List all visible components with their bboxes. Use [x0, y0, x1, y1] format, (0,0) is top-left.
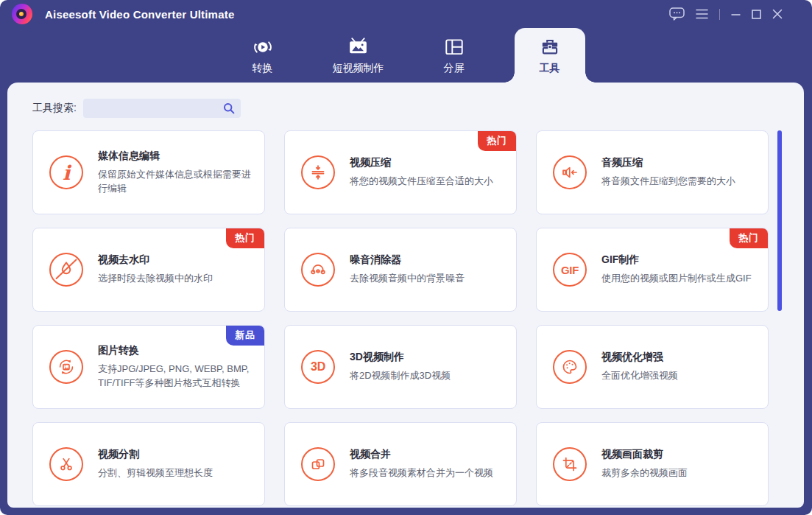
tab-label: 工具 — [540, 62, 560, 75]
short-video-icon — [347, 36, 370, 58]
tool-card-noise-remover[interactable]: 噪音消除器 去除视频音频中的背景噪音 — [284, 228, 517, 312]
window-controls — [669, 0, 783, 28]
scissors-icon — [49, 447, 83, 481]
hot-badge: 热门 — [478, 131, 516, 151]
tool-card-video-cropper[interactable]: 视频画面裁剪 裁剪多余的视频画面 — [536, 422, 769, 506]
tool-title: 视频合并 — [350, 448, 493, 461]
tools-panel: 工具搜索: i 媒体信息编辑 保留原始文件媒体信息或根据需要进行编辑 热门 — [7, 83, 804, 508]
tool-desc: 保留原始文件媒体信息或根据需要进行编辑 — [98, 168, 253, 196]
headphones-icon — [301, 253, 335, 287]
tools-grid: i 媒体信息编辑 保留原始文件媒体信息或根据需要进行编辑 热门 视频压缩 将您的… — [32, 130, 769, 506]
minimize-button[interactable] — [731, 10, 741, 19]
tool-desc: 使用您的视频或图片制作或生成GIF — [601, 272, 752, 286]
tool-search-input[interactable] — [83, 99, 241, 118]
main-tabs: 转换 短视频制作 分屏 工具 — [0, 28, 812, 83]
controls-divider — [719, 9, 720, 20]
compress-icon — [301, 155, 335, 189]
tab-label: 短视频制作 — [333, 62, 384, 75]
tool-title: 视频画面裁剪 — [601, 448, 688, 461]
tab-label: 转换 — [253, 62, 273, 75]
tab-split-screen[interactable]: 分屏 — [419, 28, 490, 83]
tool-title: 视频分割 — [98, 448, 213, 461]
hot-badge: 热门 — [730, 228, 768, 248]
app-window: Aiseesoft Video Converter Ultimate 转换 — [0, 0, 812, 515]
tool-title: 3D视频制作 — [350, 351, 451, 364]
image-convert-icon — [49, 350, 83, 384]
maximize-button[interactable] — [752, 10, 761, 19]
tool-card-3d-maker[interactable]: 3D 3D视频制作 将2D视频制作成3D视频 — [284, 325, 517, 409]
tool-card-video-compressor[interactable]: 热门 视频压缩 将您的视频文件压缩至合适的大小 — [284, 130, 517, 214]
tool-desc: 支持JPG/JPEG, PNG, WEBP, BMP, TIF/TIFF等多种图… — [98, 362, 253, 390]
tool-search-box — [83, 99, 241, 118]
info-icon: i — [49, 155, 83, 189]
tool-desc: 将您的视频文件压缩至合适的大小 — [350, 175, 493, 189]
merge-icon — [301, 447, 335, 481]
tool-title: 音频压缩 — [601, 156, 735, 169]
tool-desc: 将音频文件压缩到您需要的大小 — [601, 175, 735, 189]
hot-badge: 热门 — [226, 228, 264, 248]
tool-desc: 选择时段去除视频中的水印 — [98, 272, 213, 286]
tool-title: GIF制作 — [601, 253, 752, 267]
toolbox-icon — [539, 36, 561, 58]
gif-icon: GIF — [553, 253, 587, 287]
tool-search-row: 工具搜索: — [32, 99, 241, 118]
tool-desc: 去除视频音频中的背景噪音 — [350, 272, 465, 286]
vertical-scrollbar[interactable] — [777, 130, 782, 311]
tab-tools[interactable]: 工具 — [515, 28, 585, 83]
tool-title: 噪音消除器 — [350, 253, 465, 267]
tab-convert[interactable]: 转换 — [227, 28, 298, 83]
tool-card-gif-maker[interactable]: 热门 GIF GIF制作 使用您的视频或图片制作或生成GIF — [536, 228, 769, 312]
tool-title: 视频压缩 — [350, 156, 493, 169]
tool-desc: 分割、剪辑视频至理想长度 — [98, 466, 213, 480]
watermark-remove-icon — [49, 253, 83, 287]
tool-card-audio-compressor[interactable]: 音频压缩 将音频文件压缩到您需要的大小 — [536, 130, 769, 214]
3d-icon: 3D — [301, 350, 335, 384]
tool-title: 媒体信息编辑 — [98, 150, 253, 163]
tool-desc: 将2D视频制作成3D视频 — [350, 369, 451, 383]
tool-card-media-info-editor[interactable]: i 媒体信息编辑 保留原始文件媒体信息或根据需要进行编辑 — [32, 130, 265, 214]
tab-label: 分屏 — [444, 62, 465, 75]
search-icon[interactable] — [223, 102, 235, 114]
menu-icon[interactable] — [696, 9, 708, 19]
tool-card-video-merger[interactable]: 视频合并 将多段音视频素材合并为一个视频 — [284, 422, 517, 506]
split-screen-icon — [443, 36, 465, 58]
convert-icon — [252, 36, 274, 58]
tool-card-watermark-remover[interactable]: 热门 视频去水印 选择时段去除视频中的水印 — [32, 228, 265, 312]
tool-desc: 裁剪多余的视频画面 — [601, 466, 688, 480]
crop-icon — [553, 447, 587, 481]
tool-card-image-converter[interactable]: 新品 图片转换 支持JPG/JPEG, PNG, WEBP, BMP, TIF/… — [32, 325, 265, 409]
app-title: Aiseesoft Video Converter Ultimate — [45, 8, 234, 21]
tool-desc: 全面优化增强视频 — [601, 369, 678, 383]
tool-search-label: 工具搜索: — [32, 102, 77, 115]
tool-desc: 将多段音视频素材合并为一个视频 — [350, 466, 493, 480]
tool-title: 图片转换 — [98, 344, 253, 357]
close-button[interactable] — [772, 9, 783, 19]
tool-card-video-enhancer[interactable]: 视频优化增强 全面优化增强视频 — [536, 325, 769, 409]
new-badge: 新品 — [226, 326, 264, 346]
feedback-icon[interactable] — [669, 7, 685, 21]
audio-compress-icon — [553, 155, 587, 189]
app-logo-icon — [12, 4, 32, 24]
tab-short-video-maker[interactable]: 短视频制作 — [323, 28, 394, 83]
tool-title: 视频去水印 — [98, 253, 213, 267]
tool-title: 视频优化增强 — [601, 351, 678, 364]
tool-card-video-splitter[interactable]: 视频分割 分割、剪辑视频至理想长度 — [32, 422, 265, 506]
palette-icon — [553, 350, 587, 384]
